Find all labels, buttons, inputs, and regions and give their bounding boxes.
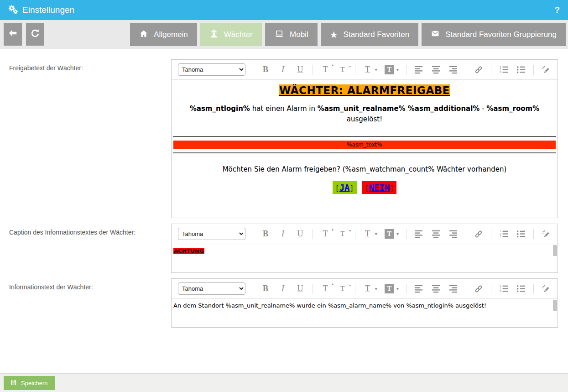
confirm-buttons: [JA] [NEIN]: [172, 181, 557, 194]
underline-button[interactable]: U: [295, 229, 305, 239]
infotext-editor-content[interactable]: An dem Standort %asm_unit_realname% wurd…: [172, 299, 558, 327]
align-center-icon: [432, 65, 440, 74]
text-color-button[interactable]: T ▾: [363, 229, 377, 239]
ja-button[interactable]: [JA]: [333, 181, 357, 194]
link-button[interactable]: [474, 65, 484, 74]
chevron-down-icon: ▾: [375, 67, 377, 72]
app-header: Einstellungen ?: [0, 0, 568, 20]
unordered-list-icon: [516, 230, 525, 238]
remove-format-button[interactable]: [541, 65, 551, 74]
font-family-select[interactable]: Tahoma: [178, 63, 245, 76]
background-color-icon: T: [385, 65, 394, 74]
align-right-button[interactable]: [448, 65, 459, 74]
background-color-icon: T: [385, 284, 394, 293]
refresh-icon: [30, 28, 40, 40]
svg-text:3: 3: [500, 289, 501, 293]
align-left-button[interactable]: [414, 230, 424, 238]
italic-button[interactable]: I: [278, 229, 288, 239]
underline-button[interactable]: U: [295, 65, 305, 74]
rte-toolbar: Tahoma B I U T T T ▾ T ▾: [172, 60, 558, 80]
freigabetext-editor-content[interactable]: WÄCHTER: ALARMFREIGABE %asm_ntlogin% hat…: [172, 80, 558, 218]
tab-label: Wächter: [224, 30, 253, 39]
background-color-button[interactable]: T ▾: [385, 284, 399, 293]
footer-bar: Speichern: [0, 373, 568, 392]
save-button[interactable]: Speichern: [4, 376, 55, 390]
chevron-down-icon: ▾: [396, 67, 399, 72]
align-left-icon: [414, 230, 423, 238]
nein-link: NEIN: [369, 183, 390, 193]
tab-standard-favoriten-gruppierung[interactable]: Standard Favoriten Gruppierung: [422, 23, 566, 46]
font-family-select[interactable]: Tahoma: [178, 228, 245, 240]
toolbar-separator: [533, 65, 534, 75]
font-family-select[interactable]: Tahoma: [178, 282, 245, 295]
unordered-list-button[interactable]: [516, 230, 526, 238]
refresh-button[interactable]: [26, 23, 44, 46]
nav-bar: Allgemein Wächter Mobil: [0, 20, 568, 49]
toolbar-separator: [355, 284, 355, 294]
font-size-decrease-button[interactable]: T: [338, 285, 348, 293]
unordered-list-button[interactable]: [516, 284, 526, 293]
remove-format-icon: [542, 284, 551, 293]
toolbar-separator: [466, 229, 466, 239]
align-right-button[interactable]: [448, 230, 459, 238]
remove-format-button[interactable]: [541, 284, 551, 293]
caption-warning-text: ACHTUNG: [173, 248, 204, 254]
divider: [173, 136, 556, 137]
ordered-list-button[interactable]: 123: [499, 65, 509, 74]
font-size-increase-button[interactable]: T: [320, 284, 330, 293]
text-color-icon: T: [363, 284, 373, 293]
user-secret-icon: [209, 29, 219, 41]
scrollbar-thumb[interactable]: [553, 245, 557, 256]
text-color-icon: T: [363, 229, 373, 239]
help-icon[interactable]: ?: [554, 5, 560, 15]
text-color-button[interactable]: T ▾: [363, 284, 377, 293]
font-size-decrease-button[interactable]: T: [338, 230, 348, 238]
tab-label: Mobil: [290, 30, 308, 39]
align-left-button[interactable]: [414, 65, 424, 74]
chevron-down-icon: ▾: [396, 286, 399, 291]
align-center-button[interactable]: [431, 65, 441, 74]
page-title: Einstellungen: [22, 5, 74, 15]
italic-button[interactable]: I: [278, 65, 288, 74]
background-color-button[interactable]: T ▾: [385, 229, 399, 239]
align-left-button[interactable]: [414, 284, 424, 293]
bold-button[interactable]: B: [261, 229, 271, 239]
chevron-down-icon: ▾: [375, 231, 377, 236]
back-button[interactable]: [4, 23, 22, 46]
font-size-increase-button[interactable]: T: [320, 229, 330, 239]
font-size-increase-button[interactable]: T: [320, 65, 330, 74]
align-center-button[interactable]: [431, 284, 441, 293]
underline-button[interactable]: U: [295, 284, 305, 293]
remove-format-button[interactable]: [541, 230, 551, 239]
bold-button[interactable]: B: [261, 65, 271, 74]
font-size-decrease-button[interactable]: T: [338, 66, 348, 73]
toolbar-separator: [406, 229, 406, 239]
caption-editor-content[interactable]: ACHTUNG: [172, 244, 558, 272]
link-icon: [474, 284, 483, 293]
bold-button[interactable]: B: [261, 284, 271, 293]
background-color-button[interactable]: T ▾: [385, 65, 399, 74]
unordered-list-button[interactable]: [516, 65, 526, 74]
ordered-list-button[interactable]: 123: [499, 284, 509, 293]
toolbar-separator: [466, 65, 466, 75]
align-center-button[interactable]: [431, 230, 441, 238]
scrollbar-thumb[interactable]: [553, 300, 557, 311]
rte-toolbar: Tahoma B I U T T T ▾ T ▾: [172, 279, 558, 299]
ordered-list-icon: 123: [499, 65, 508, 74]
alarm-heading: WÄCHTER: ALARMFREIGABE: [172, 84, 557, 96]
link-button[interactable]: [474, 230, 484, 239]
italic-button[interactable]: I: [278, 284, 288, 293]
field-row-caption: Caption des Informationstextes der Wächt…: [9, 224, 558, 273]
tab-mobil[interactable]: Mobil: [265, 23, 318, 46]
tab-label: Standard Favoriten: [344, 30, 410, 39]
nein-button[interactable]: [NEIN]: [362, 181, 397, 194]
tab-allgemein[interactable]: Allgemein: [130, 23, 197, 46]
alarm-description: %asm_ntlogin% hat einen Alarm in %asm_un…: [176, 104, 553, 124]
text-color-button[interactable]: T ▾: [363, 65, 377, 74]
ordered-list-button[interactable]: 123: [499, 230, 509, 238]
tab-standard-favoriten[interactable]: ★ Standard Favoriten: [321, 23, 419, 46]
tab-waechter[interactable]: Wächter: [200, 23, 262, 46]
text-color-icon: T: [363, 65, 373, 74]
link-button[interactable]: [474, 284, 484, 293]
align-right-button[interactable]: [448, 284, 459, 293]
